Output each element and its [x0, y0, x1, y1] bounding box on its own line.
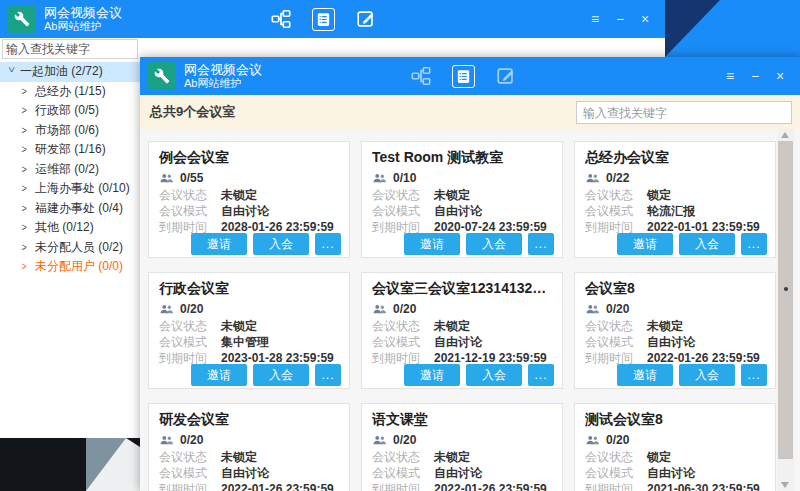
wrench-icon	[154, 68, 170, 84]
tree-item[interactable]: 运维部 (0/2)	[0, 160, 140, 180]
edit-icon[interactable]	[355, 8, 377, 30]
status-label: 会议状态	[372, 450, 434, 464]
more-button[interactable]: ...	[315, 364, 341, 386]
meeting-room-card: 例会会议室 0/55 会议状态 未锁定 会议模式 自由讨论	[148, 141, 350, 258]
invite-button[interactable]: 邀请	[404, 233, 460, 255]
more-button[interactable]: ...	[315, 233, 341, 255]
vertical-scrollbar[interactable]	[777, 129, 794, 491]
expire-row: 到期时间 2021-12-19 23:59:59	[372, 351, 552, 365]
meeting-room-card: 会议室8 0/20 会议状态 未锁定 会议模式 自由讨论	[574, 272, 776, 389]
join-button[interactable]: 入会	[253, 364, 309, 386]
menu-icon[interactable]: ≡	[722, 68, 738, 84]
tree-item-label: 行政部 (0/5)	[35, 103, 99, 117]
more-button[interactable]: ...	[741, 233, 767, 255]
caret-icon[interactable]	[22, 139, 31, 160]
more-button[interactable]: ...	[741, 364, 767, 386]
tree-item[interactable]: 行政部 (0/5)	[0, 101, 140, 121]
invite-button[interactable]: 邀请	[191, 233, 247, 255]
more-button[interactable]: ...	[528, 364, 554, 386]
join-button[interactable]: 入会	[466, 233, 522, 255]
caret-icon[interactable]	[22, 217, 31, 238]
caret-icon[interactable]	[22, 237, 31, 258]
member-count-row: 0/20	[372, 301, 552, 317]
tree-item[interactable]: 上海办事处 (0/10)	[0, 179, 140, 199]
card-actions: 邀请 入会 ...	[617, 364, 767, 386]
member-count-row: 0/55	[159, 170, 339, 186]
minimize-icon[interactable]: −	[747, 68, 763, 84]
room-list-icon[interactable]	[312, 8, 335, 31]
join-button[interactable]: 入会	[466, 364, 522, 386]
mode-row: 会议模式 自由讨论	[159, 204, 339, 218]
tree-item[interactable]: 福建办事处 (0/4)	[0, 199, 140, 219]
close-icon[interactable]: ×	[772, 68, 788, 84]
join-button[interactable]: 入会	[679, 233, 735, 255]
caret-icon[interactable]	[1, 67, 21, 77]
mode-value: 自由讨论	[221, 466, 269, 480]
scroll-up-arrow-icon[interactable]	[781, 132, 789, 138]
meeting-room-card: 测试会议室8 0/20 会议状态 锁定 会议模式 自由讨论	[574, 403, 776, 491]
members-icon	[372, 435, 387, 446]
app-subtitle: Ab网站维护	[184, 77, 262, 90]
mode-row: 会议模式 自由讨论	[372, 204, 552, 218]
menu-icon[interactable]: ≡	[587, 11, 603, 27]
tree-item[interactable]: 市场部 (0/6)	[0, 121, 140, 141]
tree-item[interactable]: 未分配人员 (0/2)	[0, 238, 140, 258]
close-icon[interactable]: ×	[637, 11, 653, 27]
caret-icon[interactable]	[22, 100, 31, 121]
org-chart-icon[interactable]	[410, 65, 432, 87]
app-title: 网会视频会议	[184, 62, 262, 78]
tree-item[interactable]: 总经办 (1/15)	[0, 82, 140, 102]
expire-label: 到期时间	[159, 351, 221, 365]
expire-value: 2022-01-26 23:59:59	[221, 482, 334, 491]
edit-icon[interactable]	[495, 65, 517, 87]
org-chart-icon[interactable]	[270, 8, 292, 30]
mode-label: 会议模式	[159, 204, 221, 218]
mode-row: 会议模式 自由讨论	[372, 335, 552, 349]
wrench-icon	[14, 11, 30, 27]
mode-label: 会议模式	[159, 466, 221, 480]
tree-item-label: 其他 (0/12)	[35, 220, 94, 234]
expire-row: 到期时间 2022-01-26 23:59:59	[372, 482, 552, 491]
join-button[interactable]: 入会	[253, 233, 309, 255]
tree-item[interactable]: 未分配用户 (0/0)	[0, 257, 140, 277]
room-list-icon[interactable]	[452, 65, 475, 88]
mode-row: 会议模式 自由讨论	[585, 466, 765, 480]
mode-label: 会议模式	[372, 204, 434, 218]
status-label: 会议状态	[585, 450, 647, 464]
caret-icon[interactable]	[22, 81, 31, 102]
sidebar-search-input[interactable]	[2, 39, 138, 59]
tree-item[interactable]: 研发部 (1/16)	[0, 140, 140, 160]
invite-button[interactable]: 邀请	[404, 364, 460, 386]
member-count-row: 0/20	[159, 432, 339, 448]
tree-item-label: 未分配用户 (0/0)	[35, 259, 123, 273]
member-count: 0/55	[180, 171, 203, 185]
mode-label: 会议模式	[585, 204, 647, 218]
join-button[interactable]: 入会	[679, 364, 735, 386]
tree-item[interactable]: 一起加油 (2/72)	[0, 62, 140, 82]
member-count-row: 0/20	[585, 301, 765, 317]
invite-button[interactable]: 邀请	[617, 364, 673, 386]
minimize-icon[interactable]: −	[612, 11, 628, 27]
caret-icon[interactable]	[22, 256, 31, 277]
caret-icon[interactable]	[22, 178, 31, 199]
scrollbar-thumb[interactable]	[778, 141, 793, 459]
status-row: 会议状态 未锁定	[372, 319, 552, 333]
meeting-room-card: 总经办会议室 0/22 会议状态 锁定 会议模式 轮流汇报	[574, 141, 776, 258]
department-sidebar: 一起加油 (2/72) 总经办 (1/15) 行政部 (0/5) 市场部 (0/…	[0, 38, 140, 438]
tree-item[interactable]: 其他 (0/12)	[0, 218, 140, 238]
meeting-room-card: 语文课堂 0/20 会议状态 未锁定 会议模式 自由讨论	[361, 403, 563, 491]
invite-button[interactable]: 邀请	[191, 364, 247, 386]
caret-icon[interactable]	[22, 159, 31, 180]
more-button[interactable]: ...	[528, 233, 554, 255]
invite-button[interactable]: 邀请	[617, 233, 673, 255]
room-search-input[interactable]	[576, 101, 792, 124]
caret-icon[interactable]	[22, 198, 31, 219]
meeting-room-card: Test Room 测试教室 0/10 会议状态 未锁定 会议模式 自由讨论	[361, 141, 563, 258]
caret-icon[interactable]	[22, 120, 31, 141]
scroll-down-arrow-icon[interactable]	[781, 482, 789, 488]
tree-item-label: 上海办事处 (0/10)	[35, 181, 130, 195]
tree-item-label: 运维部 (0/2)	[35, 162, 99, 176]
card-actions: 邀请 入会 ...	[191, 233, 341, 255]
desktop-wallpaper-bottom-left	[0, 438, 140, 491]
members-icon	[585, 304, 600, 315]
